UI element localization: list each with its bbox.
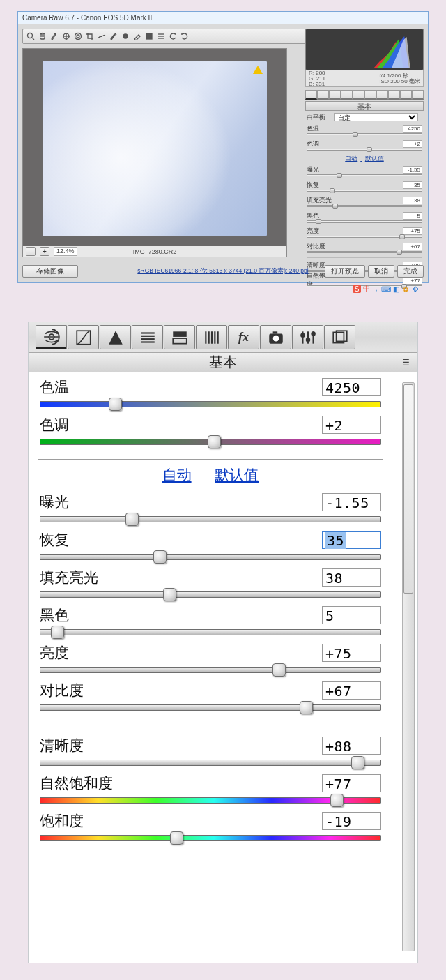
slider-value[interactable]: +67 [403,243,422,250]
slider-track[interactable] [40,758,381,770]
slider-track[interactable] [40,796,381,808]
slider-thumb[interactable] [351,756,364,769]
slider-value[interactable]: 35 [322,531,381,549]
zoom-tool-icon[interactable] [26,31,36,41]
ime-softkbd-icon: ⌨ [382,285,390,293]
ime-settings-icon: ⚙ [411,285,420,293]
slider-track[interactable] [307,133,422,137]
slider-row: 色温 4250 [305,123,424,133]
slider-track[interactable] [40,703,381,715]
slider-value[interactable]: 35 [403,181,422,189]
slider-value[interactable]: 4250 [322,378,381,396]
slider-thumb[interactable] [208,435,221,448]
slider-track[interactable] [40,552,381,564]
tab-basic-icon[interactable] [36,325,67,349]
zoom-level[interactable]: 12.4% [54,247,77,256]
window-body: 预览 - + 12.4% IMG_7280.CR2 [22,29,424,262]
open-button[interactable]: 打开预览 [325,265,365,278]
slider-value[interactable]: +88 [322,737,381,755]
panel-menu-icon[interactable]: ☰ [402,358,410,368]
slider-value[interactable]: -1.55 [322,493,381,511]
done-button[interactable]: 完成 [397,265,424,278]
slider-value[interactable]: -19 [322,812,381,830]
wb-tool-icon[interactable] [49,31,59,41]
auto-link-small[interactable]: 自动 [345,155,357,162]
slider-value[interactable]: +67 [322,681,381,700]
rotate-cw-icon[interactable] [180,31,190,41]
slider-value[interactable]: 38 [322,568,381,587]
spot-removal-icon[interactable] [109,31,118,41]
slider-thumb[interactable] [125,513,139,526]
slider-value[interactable]: 38 [403,197,422,204]
auto-link[interactable]: 自动 [162,467,192,483]
slider-label: 自然饱和度 [40,774,113,793]
zoom-out-button[interactable]: - [26,247,36,256]
rotate-ccw-icon[interactable] [168,31,178,41]
preview-area[interactable]: - + 12.4% IMG_7280.CR2 [22,48,287,257]
slider-value[interactable]: 5 [403,212,422,220]
slider-track[interactable] [307,174,422,179]
color-sampler-icon[interactable] [61,31,71,41]
tab-split-icon[interactable] [164,325,195,349]
panel-tabs[interactable] [305,90,424,101]
slider-track[interactable] [40,590,381,602]
slider-track[interactable] [307,190,422,194]
slider-value[interactable]: +2 [322,416,381,434]
slider-value[interactable]: 4250 [403,125,422,133]
slider-track[interactable] [40,834,381,845]
slider-thumb[interactable] [109,398,122,411]
slider-track[interactable] [307,251,422,255]
slider-value[interactable]: 5 [322,606,381,624]
ime-bar: S 中 ， ⌨ ◧ ✿ ⚙ [353,285,420,293]
default-link[interactable]: 默认值 [215,467,259,483]
tab-presets-icon[interactable] [292,325,323,349]
default-link-small[interactable]: 默认值 [365,155,384,162]
slider-track[interactable] [307,220,422,225]
slider-thumb[interactable] [272,663,286,677]
grad-filter-icon[interactable] [144,31,154,41]
slider-label: 黑色 [40,605,69,625]
slider-value[interactable]: +77 [322,774,381,792]
tab-curve-icon[interactable] [68,325,99,349]
tab-fx-icon[interactable]: fx [228,325,259,349]
slider-thumb[interactable] [163,588,176,601]
tab-camera-icon[interactable] [260,325,291,349]
slider-track[interactable] [40,400,381,412]
crop-tool-icon[interactable] [85,31,95,41]
slider-track[interactable] [40,515,381,527]
slider-value[interactable]: -1.55 [403,166,422,174]
slider-thumb[interactable] [170,831,183,845]
adjust-brush-icon[interactable] [132,31,142,41]
slider-track[interactable] [40,628,381,640]
slider-thumb[interactable] [153,550,167,564]
slider-row: 恢复 35 [305,180,424,190]
slider-row: 色调 +2 [305,139,424,149]
tab-hsl-icon[interactable] [132,325,163,349]
target-adjust-icon[interactable] [73,31,83,41]
hand-tool-icon[interactable] [38,31,47,41]
slider-thumb[interactable] [300,701,313,714]
slider-track[interactable] [307,236,422,240]
slider-thumb[interactable] [330,794,344,807]
tab-lens-icon[interactable] [196,325,227,349]
image-meta-link[interactable]: sRGB IEC61966-2.1; 8 位; 5616 x 3744 (21.… [137,267,308,276]
slider-value[interactable]: +75 [322,644,381,662]
slider-track[interactable] [40,437,381,449]
slider-track[interactable] [307,205,422,209]
slider-value[interactable]: +2 [403,140,422,148]
scrollbar-thumb[interactable] [403,384,413,594]
slider-track[interactable] [40,665,381,677]
redeye-icon[interactable] [121,31,130,41]
tab-snapshots-icon[interactable] [324,325,355,349]
slider-track[interactable] [307,149,422,153]
slider-value[interactable]: +75 [403,227,422,235]
save-image-button[interactable]: 存储图像 [22,265,78,278]
prefs-icon[interactable] [156,31,166,41]
wb-select[interactable]: 自定 [334,113,418,121]
tab-detail-icon[interactable] [100,325,131,349]
zoom-in-button[interactable]: + [40,247,49,256]
slider-thumb[interactable] [51,626,64,639]
straighten-icon[interactable] [97,31,107,41]
cancel-button[interactable]: 取消 [368,265,394,278]
scrollbar[interactable] [402,382,415,951]
